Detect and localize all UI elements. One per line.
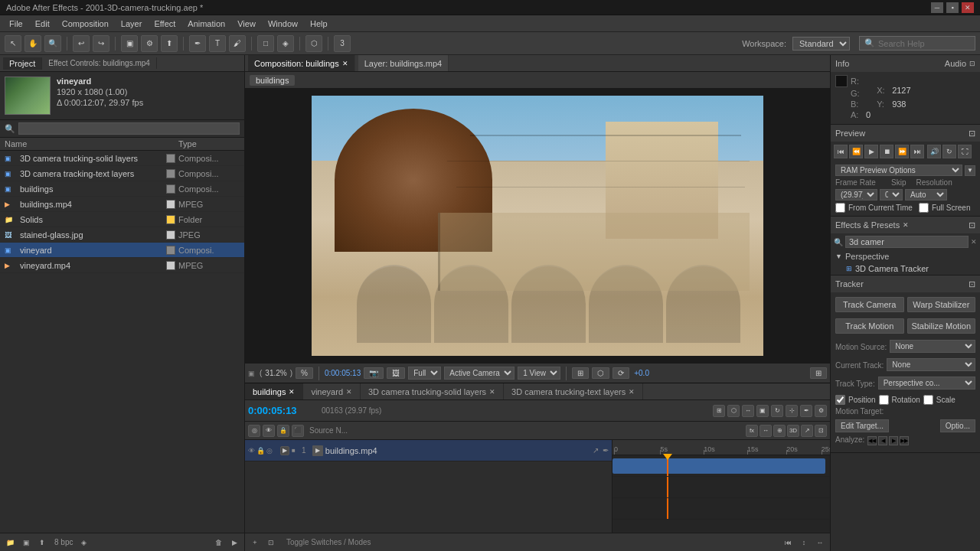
comp-tab-layer[interactable]: Layer: buildings.mp4 [358, 55, 449, 71]
frame-rate-select[interactable]: (29.97) [835, 189, 877, 201]
list-item-selected[interactable]: ▣ vineyard Composi. [0, 243, 244, 258]
comp-tab-close-icon[interactable]: ✕ [342, 60, 348, 67]
import-button[interactable]: ⬆ [35, 536, 49, 549]
tl-adjust-btn[interactable]: ⊕ [773, 425, 786, 437]
timeline-tool-7[interactable]: ✒ [800, 405, 812, 417]
timeline-tab-buildings[interactable]: buildings ✕ [245, 383, 303, 399]
list-item[interactable]: 📁 Solids Folder [0, 212, 244, 227]
warp-stabilizer-button[interactable]: Warp Stabilizer [907, 297, 976, 312]
timeline-tab-close[interactable]: ✕ [489, 388, 495, 396]
list-item[interactable]: ▶ buildings.mp4 MPEG [0, 197, 244, 212]
tl-shrink-btn[interactable]: ↔ [813, 536, 827, 549]
preview-stop-btn[interactable]: ⏹ [880, 145, 893, 158]
workspace-dropdown[interactable]: Standard [792, 37, 850, 51]
preview-play-btn[interactable]: ▶ [864, 145, 878, 158]
search-help-input[interactable] [878, 39, 970, 48]
grid-button[interactable]: ⊞ [572, 367, 589, 379]
layer-row[interactable]: 👁 🔒 ◎ ▶ ■ 1 ▶ buildings.mp4 ↗ ✒ [245, 440, 612, 461]
timeline-tool-6[interactable]: ⊹ [786, 405, 798, 417]
preview-loop-btn[interactable]: ↻ [942, 145, 956, 158]
effects-search-clear[interactable]: ✕ [971, 238, 977, 246]
zoom-button[interactable]: % [296, 367, 313, 379]
tool-select[interactable]: ↖ [5, 35, 21, 52]
tracker-header[interactable]: Tracker ⊡ [831, 276, 980, 292]
tl-motion-btn[interactable]: ↔ [760, 425, 772, 437]
position-checkbox[interactable] [835, 395, 845, 405]
tool-text[interactable]: T [209, 35, 226, 52]
rotation-checkbox[interactable] [879, 395, 889, 405]
analyze-fwd-btn[interactable]: ▶ [889, 436, 898, 445]
snapshot-button[interactable]: 📷 [364, 367, 384, 379]
edit-target-button[interactable]: Edit Target... [835, 419, 889, 432]
menu-file[interactable]: File [3, 18, 29, 30]
ram-preview-select[interactable]: RAM Preview Options [835, 165, 962, 176]
layer-solo-icon[interactable]: ◎ [266, 447, 273, 455]
tab-project[interactable]: Project [3, 57, 42, 70]
tl-3d-btn[interactable]: 3D [787, 425, 799, 437]
tool-3d[interactable]: 3 [334, 35, 351, 52]
camera-dropdown[interactable]: Active Camera [444, 367, 514, 380]
ram-preview-option-btn[interactable]: ▼ [965, 165, 975, 176]
list-item[interactable]: ▣ buildings Composi... [0, 181, 244, 197]
menu-edit[interactable]: Edit [29, 18, 56, 30]
tl-expand-btn[interactable]: ↕ [797, 536, 811, 549]
list-item[interactable]: ▶ vineyard.mp4 MPEG [0, 258, 244, 273]
tl-parent-btn[interactable]: ↗ [801, 425, 813, 437]
audio-tab-label[interactable]: Audio [945, 59, 966, 68]
tool-new-comp[interactable]: ▣ [121, 35, 138, 52]
minimize-button[interactable]: ─ [931, 2, 943, 13]
tl-home-btn[interactable]: ⏮ [781, 536, 795, 549]
preview-audio-btn[interactable]: 🔊 [927, 145, 941, 158]
list-item[interactable]: ▣ 3D camera trucking-solid layers Compos… [0, 151, 244, 166]
tl-lock-btn[interactable]: 🔒 [277, 425, 289, 437]
timeline-tab-vineyard[interactable]: vineyard ✕ [303, 383, 361, 399]
project-search-input[interactable] [18, 122, 240, 135]
info-header[interactable]: Info Audio ⊡ [831, 55, 980, 72]
tab-effect-controls[interactable]: Effect Controls: buildings.mp4 [42, 57, 157, 69]
skip-select[interactable]: 0 [880, 189, 903, 201]
layer-expand-btn[interactable]: ▶ [280, 446, 289, 455]
tool-redo[interactable]: ↪ [93, 35, 109, 52]
timeline-tab-close[interactable]: ✕ [289, 388, 295, 396]
preview-prev-btn[interactable]: ⏪ [849, 145, 863, 158]
new-comp-button[interactable]: ▣ [19, 536, 33, 549]
tool-shape[interactable]: □ [257, 35, 274, 52]
tool-render[interactable]: ⚙ [141, 35, 158, 52]
from-current-checkbox[interactable] [835, 203, 845, 213]
menu-window[interactable]: Window [262, 18, 304, 30]
list-item[interactable]: ▣ 3D camera tracking-text layers Composi… [0, 166, 244, 181]
tool-import[interactable]: ⬆ [161, 35, 178, 52]
timeline-tab-text[interactable]: 3D camera trucking-text layers ✕ [504, 383, 643, 399]
tl-fx-btn[interactable]: fx [746, 425, 758, 437]
menu-layer[interactable]: Layer [115, 18, 149, 30]
quality-dropdown[interactable]: Full [408, 367, 441, 380]
stabilize-motion-button[interactable]: Stabilize Motion [907, 318, 976, 334]
timeline-tool-1[interactable]: ⊞ [713, 405, 725, 417]
tool-mask[interactable]: ⬡ [305, 35, 322, 52]
analyze-back-btn[interactable]: ◀◀ [867, 436, 877, 445]
time-display[interactable]: 0:00:05:13 [248, 405, 317, 416]
menu-composition[interactable]: Composition [56, 18, 115, 30]
reset-button[interactable]: ⊞ [810, 367, 827, 379]
effects-category-perspective[interactable]: ▼ Perspective [831, 250, 980, 262]
new-folder-button[interactable]: 📁 [3, 536, 17, 549]
effects-options-icon[interactable]: ⊡ [969, 220, 975, 230]
timeline-tool-8[interactable]: ⚙ [815, 405, 827, 417]
timeline-tab-close[interactable]: ✕ [346, 388, 352, 396]
show-snapshot-button[interactable]: 🖼 [387, 367, 405, 379]
menu-view[interactable]: View [231, 18, 262, 30]
track-motion-button[interactable]: Track Motion [835, 318, 904, 334]
track-camera-button[interactable]: Track Camera [835, 297, 904, 312]
motion-blur-button[interactable]: ⟳ [612, 367, 629, 379]
close-button[interactable]: ✕ [962, 2, 974, 13]
preview-first-btn[interactable]: ⏮ [834, 145, 848, 158]
mask-button[interactable]: ⬡ [592, 367, 609, 379]
resolution-select[interactable]: Auto [905, 189, 947, 201]
tool-undo[interactable]: ↩ [73, 35, 90, 52]
preview-last-btn[interactable]: ⏭ [910, 145, 924, 158]
preview-header[interactable]: Preview ⊡ [831, 125, 980, 142]
tool-brush[interactable]: 🖌 [229, 35, 246, 52]
view-dropdown[interactable]: 1 View [518, 367, 560, 380]
tool-zoom[interactable]: 🔍 [44, 35, 61, 52]
preview-options-icon[interactable]: ⊡ [969, 129, 975, 139]
